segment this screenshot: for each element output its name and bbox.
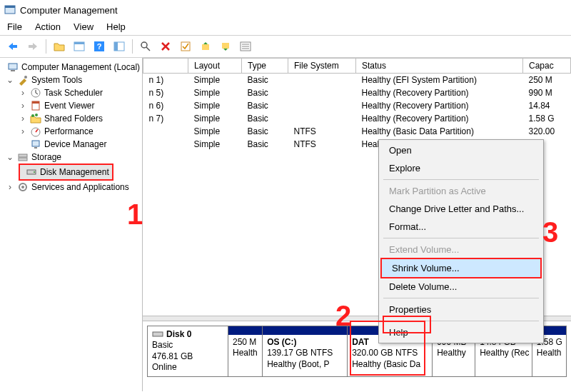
svg-rect-3	[29, 45, 33, 48]
toolbar-separator	[132, 39, 133, 54]
menu-help[interactable]: Help	[106, 21, 126, 32]
svg-rect-30	[19, 154, 27, 157]
storage-icon	[17, 151, 29, 163]
cell-vtype: Basic	[242, 138, 288, 151]
cell-fs	[288, 74, 356, 87]
svg-point-33	[34, 171, 35, 173]
tree-disk-management[interactable]: Disk Management	[20, 165, 112, 179]
nav-back-button[interactable]	[4, 38, 21, 55]
column-headers[interactable]: Layout Type File System Status Capac	[143, 59, 571, 74]
cell-name	[143, 125, 188, 138]
panel2-icon[interactable]	[111, 38, 128, 55]
disk-icon	[26, 166, 37, 178]
table-row[interactable]: n 1)SimpleBasicHealthy (EFI System Parti…	[143, 74, 571, 87]
ctx-help[interactable]: Help	[379, 323, 543, 341]
table-row[interactable]: n 7)SimpleBasicHealthy (Recovery Partiti…	[143, 112, 571, 125]
ctx-format[interactable]: Format...	[379, 218, 543, 236]
window: Computer Management File Action View Hel…	[0, 0, 571, 392]
nav-fwd-button[interactable]	[24, 38, 41, 55]
tree-services[interactable]: ›Services and Applications	[1, 181, 141, 194]
svg-point-35	[21, 186, 24, 189]
menu-action[interactable]: Action	[35, 21, 61, 32]
tree-task-scheduler[interactable]: ›Task Scheduler	[1, 86, 141, 99]
table-row[interactable]: n 5)SimpleBasicHealthy (Recovery Partiti…	[143, 86, 571, 99]
cell-name: n 1)	[143, 74, 188, 87]
ctx-extend: Extend Volume...	[379, 241, 543, 258]
ctx-delete[interactable]: Delete Volume...	[379, 278, 543, 296]
tree-event-viewer[interactable]: ›Event Viewer	[1, 99, 141, 112]
svg-rect-14	[222, 43, 229, 49]
svg-point-26	[35, 114, 38, 116]
delete-icon[interactable]	[157, 38, 174, 55]
tools-icon	[17, 74, 29, 86]
disk-status: Online	[152, 362, 223, 373]
tree-system-tools[interactable]: ⌄ System Tools	[1, 74, 141, 86]
svg-line-11	[146, 47, 150, 51]
ctx-mark-active: Mark Partition as Active	[379, 182, 543, 200]
col-fs[interactable]: File System	[288, 59, 356, 74]
panel-icon[interactable]	[71, 38, 88, 55]
folder-icon[interactable]	[51, 38, 68, 55]
check-icon[interactable]	[177, 38, 194, 55]
tree-label: Shared Folders	[44, 114, 103, 124]
expand-icon[interactable]: ›	[19, 101, 27, 111]
ctx-open[interactable]: Open	[379, 141, 543, 159]
svg-point-21	[24, 76, 27, 79]
tree-label: Services and Applications	[31, 182, 129, 192]
svg-text:?: ?	[97, 42, 102, 51]
expand-icon[interactable]: ›	[19, 126, 27, 136]
ctx-change-letter[interactable]: Change Drive Letter and Paths...	[379, 200, 543, 218]
cell-name	[143, 138, 188, 151]
cell-layout: Simple	[188, 138, 242, 151]
tree-performance[interactable]: ›Performance	[1, 125, 141, 138]
cell-cap: 320.00	[523, 125, 571, 138]
disk-info-box[interactable]: Disk 0 Basic 476.81 GB Online	[147, 326, 228, 377]
properties-icon[interactable]	[237, 38, 254, 55]
expand-icon[interactable]: ›	[19, 88, 27, 98]
expand-icon[interactable]: ›	[6, 182, 14, 192]
table-row[interactable]: SimpleBasicNTFSHealthy (Basic Data Parti…	[143, 125, 571, 138]
perf-icon	[30, 126, 41, 137]
svg-rect-28	[32, 141, 39, 146]
help-icon[interactable]: ?	[91, 38, 108, 55]
menu-file[interactable]: File	[7, 21, 22, 32]
tree-root[interactable]: Computer Management (Local)	[1, 61, 141, 74]
svg-rect-19	[9, 64, 17, 69]
ctx-explore[interactable]: Explore	[379, 159, 543, 177]
cell-cap: 14.84	[523, 99, 571, 112]
device-icon	[30, 139, 41, 150]
toolbar-separator	[46, 39, 46, 54]
tree-shared-folders[interactable]: ›Shared Folders	[1, 112, 141, 125]
volume-up-icon[interactable]	[197, 38, 214, 55]
col-status[interactable]: Status	[356, 59, 523, 74]
col-cap[interactable]: Capac	[523, 59, 571, 74]
cell-layout: Simple	[188, 99, 242, 112]
cell-layout: Simple	[188, 86, 242, 99]
ctx-properties[interactable]: Properties	[379, 301, 543, 318]
partition-box[interactable]: 250 MHealth	[228, 326, 263, 377]
col-name[interactable]	[143, 59, 188, 74]
tree-device-manager[interactable]: Device Manager	[1, 138, 141, 151]
ctx-shrink[interactable]: Shrink Volume...	[380, 258, 542, 278]
volume-down-icon[interactable]	[217, 38, 234, 55]
tree-label: Task Scheduler	[44, 88, 103, 98]
svg-rect-36	[153, 332, 163, 336]
table-row[interactable]: n 6)SimpleBasicHealthy (Recovery Partiti…	[143, 99, 571, 112]
col-layout[interactable]: Layout	[188, 59, 242, 74]
partition-box[interactable]: OS (C:)139.17 GB NTFSHealthy (Boot, P	[263, 326, 348, 377]
search-icon[interactable]	[137, 38, 154, 55]
clock-icon	[30, 87, 41, 99]
tree-storage[interactable]: ⌄Storage	[1, 151, 141, 164]
partition-color-bar	[263, 326, 347, 335]
col-type[interactable]: Type	[242, 59, 288, 74]
svg-point-10	[141, 42, 147, 48]
svg-rect-13	[202, 44, 209, 50]
cell-fs	[288, 99, 356, 112]
svg-rect-2	[13, 45, 17, 48]
collapse-icon[interactable]: ⌄	[6, 75, 14, 85]
collapse-icon[interactable]: ⌄	[6, 152, 14, 162]
cell-status: Healthy (Recovery Partition)	[356, 112, 523, 125]
cell-fs	[288, 112, 356, 125]
expand-icon[interactable]: ›	[19, 114, 27, 124]
menu-view[interactable]: View	[74, 21, 94, 32]
